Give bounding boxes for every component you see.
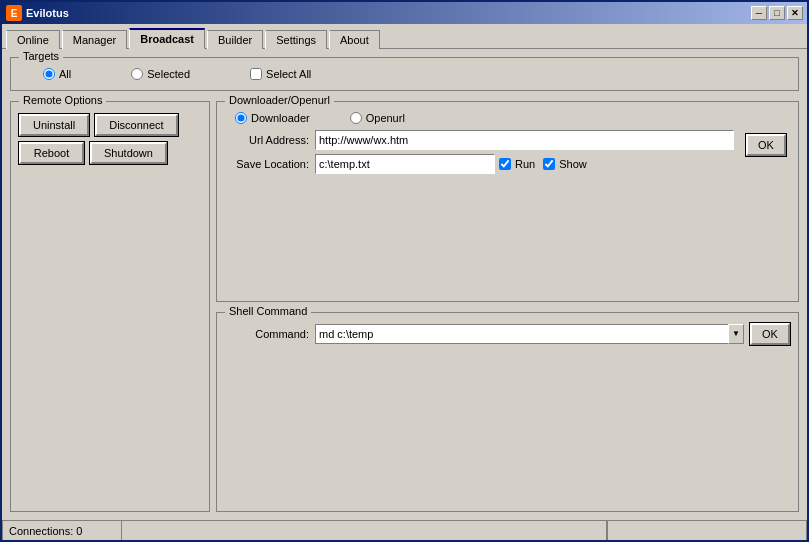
run-label: Run — [515, 158, 535, 170]
titlebar-buttons: ─ □ ✕ — [751, 6, 803, 20]
url-label: Url Address: — [225, 134, 315, 146]
tabbar: Online Manager Broadcast Builder Setting… — [2, 24, 807, 49]
url-input[interactable] — [315, 130, 734, 150]
targets-row: All Selected Select All — [23, 66, 786, 82]
minimize-button[interactable]: ─ — [751, 6, 767, 20]
disconnect-button[interactable]: Disconnect — [95, 114, 177, 136]
tab-online[interactable]: Online — [6, 30, 60, 49]
downloader-radio[interactable] — [235, 112, 247, 124]
targets-selectall-checkbox[interactable] — [250, 68, 262, 80]
tab-settings[interactable]: Settings — [265, 30, 327, 49]
save-controls: Run Show — [315, 154, 587, 174]
downloader-box: Downloader/Openurl Downloader — [216, 101, 799, 302]
targets-selected-label: Selected — [147, 68, 190, 80]
save-row: Save Location: Run Show — [225, 154, 734, 174]
show-checkbox[interactable] — [543, 158, 555, 170]
downloader-forms: Downloader Openurl Url Address: — [225, 112, 734, 178]
show-checkbox-row: Show — [543, 158, 587, 170]
openurl-radio-label: Openurl — [366, 112, 405, 124]
uninstall-button[interactable]: Uninstall — [19, 114, 89, 136]
downloader-ok-button[interactable]: OK — [746, 134, 786, 156]
targets-all-label: All — [59, 68, 71, 80]
tab-builder[interactable]: Builder — [207, 30, 263, 49]
command-dropdown[interactable]: md c:\temp — [315, 324, 744, 344]
connections-status: Connections: 0 — [2, 521, 122, 540]
targets-selected-option: Selected — [131, 68, 190, 80]
targets-selectall-label: Select All — [266, 68, 311, 80]
openurl-radio[interactable] — [350, 112, 362, 124]
shutdown-button[interactable]: Shutdown — [90, 142, 167, 164]
command-label: Command: — [225, 328, 315, 340]
shell-title: Shell Command — [225, 305, 311, 317]
titlebar-left: E Evilotus — [6, 5, 69, 21]
downloader-radio-label: Downloader — [251, 112, 310, 124]
shell-ok-button[interactable]: OK — [750, 323, 790, 345]
targets-title: Targets — [19, 50, 63, 62]
remote-options-title: Remote Options — [19, 94, 106, 106]
save-label: Save Location: — [225, 158, 315, 170]
tab-broadcast[interactable]: Broadcast — [129, 28, 205, 49]
save-input[interactable] — [315, 154, 495, 174]
titlebar: E Evilotus ─ □ ✕ — [2, 2, 807, 24]
run-checkbox-row: Run — [499, 158, 535, 170]
connections-label: Connections: 0 — [9, 525, 82, 537]
status-pane-right — [607, 521, 807, 540]
window-title: Evilotus — [26, 7, 69, 19]
targets-selected-radio[interactable] — [131, 68, 143, 80]
targets-selectall-option: Select All — [250, 68, 311, 80]
command-dropdown-wrapper: md c:\temp ▼ — [315, 324, 744, 344]
show-label: Show — [559, 158, 587, 170]
tab-about[interactable]: About — [329, 30, 380, 49]
main-content: Targets All Selected Select All — [2, 49, 807, 520]
targets-all-radio[interactable] — [43, 68, 55, 80]
shell-box: Shell Command Command: md c:\temp ▼ OK — [216, 312, 799, 513]
command-row: Command: md c:\temp ▼ — [225, 324, 744, 344]
remote-options-row2: Reboot Shutdown — [19, 142, 201, 164]
remote-options-box: Remote Options Uninstall Disconnect Rebo… — [10, 101, 210, 512]
app-icon-letter: E — [11, 8, 18, 19]
targets-group: Targets All Selected Select All — [10, 57, 799, 91]
downloader-ok-container: OK — [740, 112, 790, 178]
openurl-radio-option: Openurl — [350, 112, 405, 124]
lower-section: Remote Options Uninstall Disconnect Rebo… — [10, 101, 799, 512]
downloader-radio-option: Downloader — [235, 112, 310, 124]
close-button[interactable]: ✕ — [787, 6, 803, 20]
right-panel: Downloader/Openurl Downloader — [216, 101, 799, 512]
remote-options-row1: Uninstall Disconnect — [19, 114, 201, 136]
reboot-button[interactable]: Reboot — [19, 142, 84, 164]
downloader-title: Downloader/Openurl — [225, 94, 334, 106]
targets-all-option: All — [43, 68, 71, 80]
statusbar: Connections: 0 — [2, 520, 807, 540]
status-pane-wide — [122, 521, 607, 540]
main-window: E Evilotus ─ □ ✕ Online Manager Broadcas… — [0, 0, 809, 542]
tab-manager[interactable]: Manager — [62, 30, 127, 49]
run-checkbox[interactable] — [499, 158, 511, 170]
app-icon: E — [6, 5, 22, 21]
downloader-radio-row: Downloader Openurl — [225, 112, 734, 124]
maximize-button[interactable]: □ — [769, 6, 785, 20]
url-row: Url Address: — [225, 130, 734, 150]
